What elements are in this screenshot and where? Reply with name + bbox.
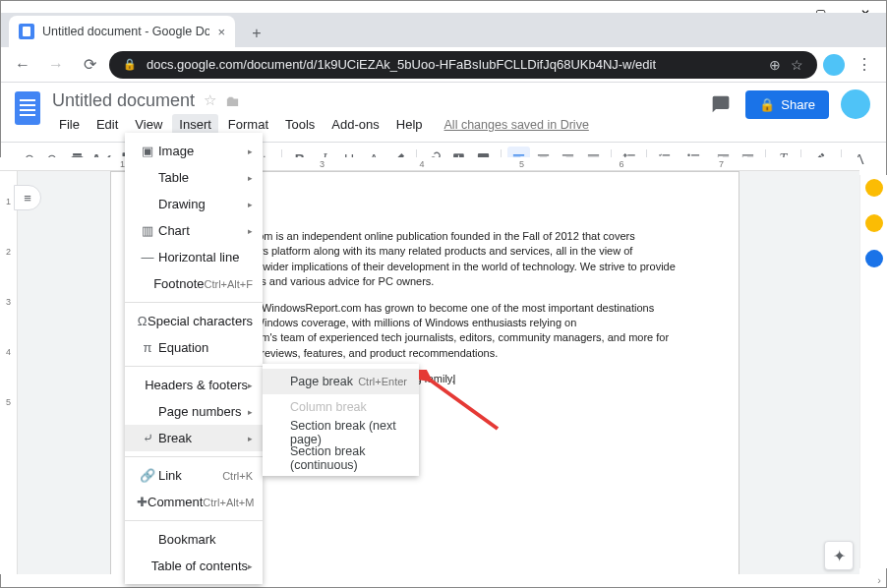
break-submenu: Page breakCtrl+Enter Column break Sectio…: [263, 364, 419, 476]
break-icon: ⤶: [137, 431, 158, 445]
scroll-right-icon[interactable]: ›: [877, 574, 881, 586]
insert-link[interactable]: 🔗LinkCtrl+K: [125, 462, 263, 489]
pi-icon: π: [137, 340, 158, 355]
comment-icon: ✚: [137, 495, 148, 509]
insert-chart[interactable]: ▥Chart▸: [125, 217, 263, 244]
insert-special-chars[interactable]: ΩSpecial characters: [125, 308, 263, 334]
tasks-icon[interactable]: [865, 214, 883, 232]
insert-image[interactable]: ▣Image▸: [125, 138, 263, 164]
lock-icon: 🔒: [123, 58, 137, 71]
star-doc-icon[interactable]: ☆: [204, 91, 216, 109]
omega-icon: Ω: [137, 314, 148, 328]
insert-dropdown: ▣Image▸ Table▸ Drawing▸ ▥Chart▸ —Horizon…: [125, 133, 263, 584]
zoom-icon[interactable]: ⊕: [769, 57, 781, 73]
insert-drawing[interactable]: Drawing▸: [125, 191, 263, 217]
share-button[interactable]: 🔒 Share: [745, 90, 829, 119]
menubar: File Edit View Insert Format Tools Add-o…: [52, 114, 589, 135]
menu-tools[interactable]: Tools: [278, 114, 322, 135]
nav-reload[interactable]: ⟳: [76, 51, 103, 79]
menu-edit[interactable]: Edit: [89, 114, 125, 135]
ruler-tick: 4: [6, 347, 11, 357]
break-section-next[interactable]: Section break (next page): [263, 420, 419, 445]
insert-footnote[interactable]: FootnoteCtrl+Alt+F: [125, 270, 263, 297]
menu-help[interactable]: Help: [389, 114, 430, 135]
insert-toc[interactable]: Table of contents▸: [125, 553, 263, 579]
insert-hr[interactable]: —Horizontal line: [125, 244, 263, 270]
omnibox[interactable]: 🔒 docs.google.com/document/d/1k9UCiEZAk_…: [109, 51, 817, 79]
hr-icon: —: [137, 250, 158, 265]
browser-menu-icon[interactable]: ⋮: [851, 51, 878, 79]
docs-logo-icon[interactable]: [15, 91, 40, 125]
break-column: Column break: [263, 394, 419, 420]
share-label: Share: [781, 97, 815, 112]
chart-icon: ▥: [137, 223, 158, 238]
menu-addons[interactable]: Add-ons: [325, 114, 385, 135]
break-section-continuous[interactable]: Section break (continuous): [263, 445, 419, 471]
insert-comment[interactable]: ✚CommentCtrl+Alt+M: [125, 489, 263, 515]
window-titlebar: [1, 1, 886, 13]
new-tab-button[interactable]: +: [243, 20, 270, 47]
side-panel: [859, 175, 887, 568]
outline-toggle[interactable]: ≡: [14, 185, 41, 210]
menu-insert[interactable]: Insert: [172, 114, 218, 135]
tab-title: Untitled document - Google Doc: [42, 25, 209, 38]
menu-format[interactable]: Format: [221, 114, 275, 135]
save-status[interactable]: All changes saved in Drive: [444, 118, 589, 132]
move-folder-icon[interactable]: 🖿: [225, 92, 240, 109]
nav-back[interactable]: ←: [9, 51, 36, 79]
browser-tab[interactable]: Untitled document - Google Doc ×: [9, 16, 235, 47]
star-icon[interactable]: ☆: [791, 57, 803, 73]
calendar-icon[interactable]: [865, 250, 883, 267]
extension-icon[interactable]: [823, 54, 845, 76]
insert-page-numbers[interactable]: Page numbers▸: [125, 398, 263, 425]
ruler-tick: 2: [6, 247, 11, 257]
menu-file[interactable]: File: [52, 114, 87, 135]
browser-toolbar: ← → ⟳ 🔒 docs.google.com/document/d/1k9UC…: [1, 47, 886, 83]
vertical-ruler[interactable]: 1 2 3 4 5: [0, 171, 18, 574]
insert-equation[interactable]: πEquation: [125, 334, 263, 361]
link-icon: 🔗: [137, 468, 158, 483]
image-icon: ▣: [137, 144, 158, 158]
url-text: docs.google.com/document/d/1k9UCiEZAk_5b…: [147, 57, 759, 72]
keep-icon[interactable]: [865, 179, 883, 197]
open-comments-icon[interactable]: [708, 91, 734, 117]
user-avatar[interactable]: [841, 89, 870, 119]
document-title[interactable]: Untitled document: [52, 90, 195, 111]
explore-button[interactable]: ✦: [824, 541, 854, 570]
insert-break[interactable]: ⤶Break▸: [125, 425, 263, 451]
break-page[interactable]: Page breakCtrl+Enter: [263, 369, 419, 394]
tab-strip: Untitled document - Google Doc × +: [1, 13, 886, 47]
menu-view[interactable]: View: [128, 114, 169, 135]
insert-headers-footers[interactable]: Headers & footers▸: [125, 372, 263, 398]
ruler-tick: 3: [6, 297, 11, 307]
nav-forward[interactable]: →: [42, 51, 70, 79]
docs-favicon: [19, 24, 34, 39]
insert-bookmark[interactable]: Bookmark: [125, 526, 263, 553]
ruler-tick: 5: [6, 397, 11, 407]
tab-close-icon[interactable]: ×: [217, 25, 225, 39]
lock-share-icon: 🔒: [759, 97, 775, 112]
ruler-tick: 1: [6, 197, 11, 206]
insert-table[interactable]: Table▸: [125, 164, 263, 191]
